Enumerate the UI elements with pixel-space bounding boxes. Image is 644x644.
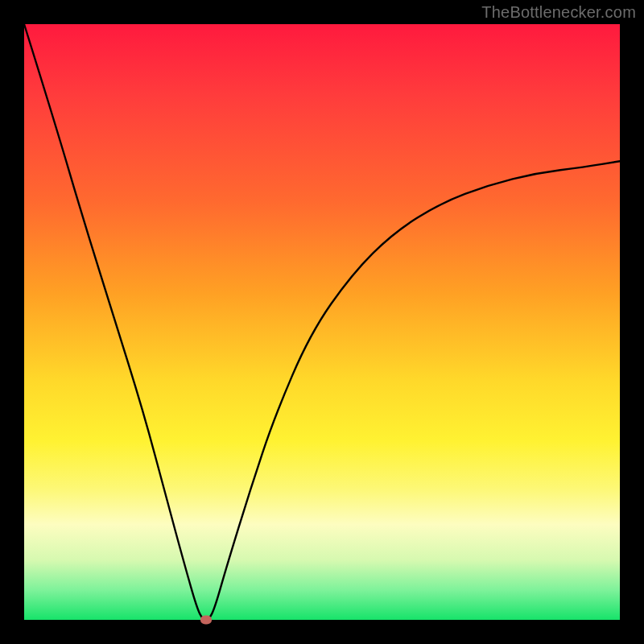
plot-area [24,24,620,620]
minimum-marker [200,616,212,625]
chart-frame: TheBottlenecker.com [0,0,644,644]
bottleneck-curve [24,24,620,620]
watermark-text: TheBottlenecker.com [481,3,636,22]
